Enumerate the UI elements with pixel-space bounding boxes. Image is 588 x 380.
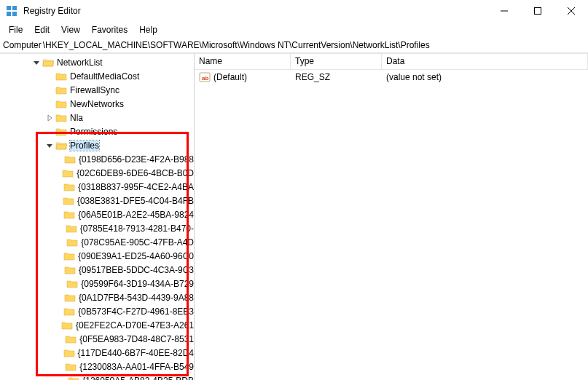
list-header: Name Type Data xyxy=(195,54,588,70)
menu-favorites[interactable]: Favorites xyxy=(86,23,133,36)
folder-icon xyxy=(63,251,75,261)
folder-icon xyxy=(55,85,67,95)
expand-toggle-icon xyxy=(58,155,63,164)
tree-node[interactable]: {09599F64-3D19-434A-B729 xyxy=(0,277,194,290)
column-data[interactable]: Data xyxy=(382,54,588,69)
tree-node-label: {0318B837-995F-4CE2-A4BA xyxy=(78,182,194,192)
tree-node-label: {0A1D7FB4-543D-4439-9A88 xyxy=(79,293,194,303)
expand-toggle-icon xyxy=(58,238,65,247)
tree-node-label: DefaultMediaCost xyxy=(70,71,139,82)
tree-node-label: {09599F64-3D19-434A-B729 xyxy=(81,279,194,289)
tree-node[interactable]: {117DE440-6B7F-40EE-82D4 xyxy=(0,346,194,360)
folder-icon xyxy=(63,306,75,317)
column-name[interactable]: Name xyxy=(195,54,291,69)
tree-node[interactable]: {0A1D7FB4-543D-4439-9A88 xyxy=(0,290,194,304)
folder-icon xyxy=(63,210,75,220)
tree-pane[interactable]: NetworkListDefaultMediaCostFirewallSyncN… xyxy=(0,54,195,380)
tree-node[interactable]: {0B573F4C-F27D-4961-8EB3 xyxy=(0,304,194,318)
value-name: (Default) xyxy=(213,72,247,82)
tree-node[interactable]: {078C95AE-905C-47FB-A4D xyxy=(0,235,194,249)
tree-node-label: NetworkList xyxy=(57,58,103,68)
tree-node[interactable]: Nla xyxy=(0,111,194,124)
registry-tree: NetworkListDefaultMediaCostFirewallSyncN… xyxy=(0,54,194,380)
expand-toggle-icon xyxy=(58,210,62,219)
svg-text:ab: ab xyxy=(202,75,208,82)
string-value-icon: ab xyxy=(199,71,211,83)
expand-toggle-icon xyxy=(45,72,54,81)
tree-node-label: {038E3831-DFE5-4C04-B4FB xyxy=(77,196,194,206)
tree-node-label: {0198D656-D23E-4F2A-B988 xyxy=(79,154,194,165)
expand-toggle-icon xyxy=(58,293,63,302)
tree-node-label: Nla xyxy=(70,113,83,123)
folder-icon xyxy=(64,265,76,275)
tree-node[interactable]: {126050A5-AB82-4B25-BDB xyxy=(0,373,194,380)
folder-icon xyxy=(55,71,67,82)
menu-view[interactable]: View xyxy=(55,23,86,36)
tree-node-label: {02C6DEB9-6DE6-4BCB-B0D xyxy=(77,168,194,178)
tree-node-label: {06A5E01B-A2E2-45BA-9824 xyxy=(78,210,194,220)
folder-icon xyxy=(65,362,77,372)
maximize-button[interactable] xyxy=(521,0,554,22)
tree-node[interactable]: {038E3831-DFE5-4C04-B4FB xyxy=(0,194,194,207)
expand-toggle-icon xyxy=(58,280,65,288)
expand-toggle-icon xyxy=(58,349,62,357)
tree-node-label: Permissions xyxy=(70,127,117,137)
app-icon xyxy=(6,5,17,17)
list-pane[interactable]: Name Type Data ab(Default)REG_SZ(value n… xyxy=(195,54,588,380)
expand-toggle-icon xyxy=(58,197,61,205)
tree-node-label: {1230083A-AA01-4FFA-B549 xyxy=(79,362,194,372)
svg-rect-0 xyxy=(7,6,11,10)
folder-icon xyxy=(65,334,77,344)
tree-node[interactable]: {0785E418-7913-4281-B470- xyxy=(0,221,194,235)
expand-toggle-icon[interactable] xyxy=(45,141,54,150)
titlebar[interactable]: Registry Editor xyxy=(0,0,588,22)
expand-toggle-icon[interactable] xyxy=(45,114,54,122)
expand-toggle-icon xyxy=(58,252,62,261)
folder-icon xyxy=(55,140,67,151)
tree-node[interactable]: {09517BEB-5DDC-4C3A-9C3 xyxy=(0,263,194,277)
expand-toggle-icon xyxy=(58,363,63,371)
menu-edit[interactable]: Edit xyxy=(28,23,55,36)
tree-node[interactable]: {0F5EA983-7D48-48C7-8531 xyxy=(0,332,194,346)
value-data: (value not set) xyxy=(382,72,588,82)
close-button[interactable] xyxy=(554,0,588,22)
folder-icon xyxy=(63,182,75,192)
minimize-button[interactable] xyxy=(487,0,521,22)
address-bar: Computer xyxy=(0,37,588,53)
folder-icon xyxy=(61,320,73,330)
tree-node[interactable]: NetworkList xyxy=(0,55,194,69)
window-title: Registry Editor xyxy=(23,6,487,16)
expand-toggle-icon xyxy=(45,100,54,108)
tree-node[interactable]: {1230083A-AA01-4FFA-B549 xyxy=(0,360,194,373)
tree-node[interactable]: {0318B837-995F-4CE2-A4BA xyxy=(0,180,194,194)
expand-toggle-icon xyxy=(45,86,54,95)
tree-node[interactable]: {02C6DEB9-6DE6-4BCB-B0D xyxy=(0,166,194,180)
tree-node[interactable]: Permissions xyxy=(0,124,194,138)
tree-node[interactable]: FirewallSync xyxy=(0,83,194,97)
folder-icon xyxy=(55,113,67,123)
tree-node-label: {090E39A1-ED25-4A60-96C0 xyxy=(78,251,194,261)
folder-icon xyxy=(66,237,78,248)
tree-node[interactable]: Profiles xyxy=(0,138,194,152)
expand-toggle-icon xyxy=(58,335,63,344)
tree-node[interactable]: {090E39A1-ED25-4A60-96C0 xyxy=(0,249,194,263)
folder-icon xyxy=(42,58,54,68)
column-type[interactable]: Type xyxy=(291,54,382,69)
expand-toggle-icon xyxy=(58,224,64,233)
svg-rect-2 xyxy=(7,12,11,16)
folder-icon xyxy=(62,168,74,178)
menu-help[interactable]: Help xyxy=(133,23,163,36)
expand-toggle-icon[interactable] xyxy=(32,58,41,67)
tree-node[interactable]: {0E2FE2CA-D70E-47E3-A261 xyxy=(0,318,194,332)
tree-node[interactable]: {0198D656-D23E-4F2A-B988 xyxy=(0,152,194,166)
value-type: REG_SZ xyxy=(291,72,382,82)
address-input[interactable] xyxy=(42,39,585,52)
tree-node[interactable]: NewNetworks xyxy=(0,97,194,111)
tree-node-label: {09517BEB-5DDC-4C3A-9C3 xyxy=(79,265,194,275)
tree-node[interactable]: {06A5E01B-A2E2-45BA-9824 xyxy=(0,207,194,221)
tree-node[interactable]: DefaultMediaCost xyxy=(0,69,194,83)
svg-rect-1 xyxy=(12,6,17,10)
folder-icon xyxy=(64,293,76,303)
menu-file[interactable]: File xyxy=(3,23,28,36)
list-row[interactable]: ab(Default)REG_SZ(value not set) xyxy=(195,70,588,84)
